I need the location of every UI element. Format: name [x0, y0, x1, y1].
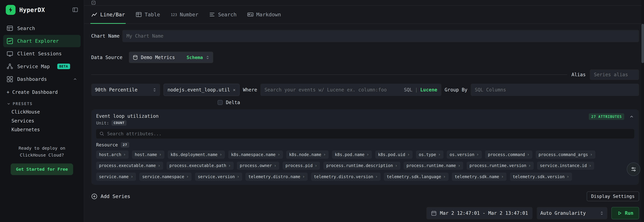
attribute-chip[interactable]: process.pid›: [283, 162, 320, 170]
tab-markdown[interactable]: Markdown: [247, 6, 281, 23]
database-icon: [132, 55, 138, 60]
chevron-right-icon: ›: [589, 164, 592, 168]
number-icon: 123: [171, 11, 177, 17]
chevron-down-icon: [6, 102, 11, 106]
time-range-value: Mar 2 12:47:01 - Mar 2 13:47:01: [440, 210, 528, 216]
attribute-chip-label: process.owner: [240, 163, 272, 168]
chart-name-input[interactable]: [122, 30, 639, 42]
search-icon: [6, 25, 13, 31]
series-actions-row: Add Series Display Settings: [84, 192, 644, 201]
attribute-chip[interactable]: telemetry.sdk.language›: [384, 173, 448, 181]
chevron-right-icon: ›: [458, 164, 460, 168]
preset-services[interactable]: Services: [12, 116, 84, 125]
chevron-right-icon: ›: [278, 153, 280, 157]
tab-line-bar[interactable]: Line/Bar: [91, 6, 125, 23]
sidebar-item-dashboards[interactable]: Dashboards: [3, 73, 80, 85]
chart-options-fab[interactable]: [627, 163, 640, 176]
get-started-button[interactable]: Get Started for Free: [11, 164, 73, 175]
add-series-button[interactable]: Add Series: [91, 193, 130, 199]
group-by-input[interactable]: [471, 84, 639, 96]
attribute-chip[interactable]: k8s.pod.uid›: [375, 151, 413, 159]
collapse-sidebar-icon[interactable]: [72, 7, 78, 13]
schema-button[interactable]: Schema: [186, 55, 203, 60]
sliders-icon: [630, 166, 636, 172]
sidebar-item-search[interactable]: Search: [3, 22, 80, 34]
attribute-chip[interactable]: service.name›: [96, 173, 136, 181]
divider: [91, 74, 568, 75]
sidebar-item-service-map[interactable]: Service Map BETA: [3, 60, 80, 72]
app-viewport: HyperDX Search Chart Explorer Client Ses…: [0, 0, 644, 222]
metric-chip[interactable]: nodejs.event_loop.util ×: [164, 84, 240, 96]
run-controls-row: Mar 2 12:47:01 - Mar 2 13:47:01 Auto Gra…: [84, 207, 644, 219]
aggregation-select[interactable]: 90th Percentile: [91, 84, 160, 96]
granularity-select[interactable]: Auto Granularity: [537, 207, 607, 219]
attribute-search-input[interactable]: [107, 131, 631, 136]
attribute-chip[interactable]: process.command›: [485, 151, 532, 159]
sql-toggle[interactable]: SQL: [404, 87, 412, 93]
attribute-chip[interactable]: k8s.namespace.name›: [228, 151, 283, 159]
attribute-chip[interactable]: process.command_args›: [536, 151, 595, 159]
attribute-chip[interactable]: process.executable.name›: [96, 162, 163, 170]
data-source-select[interactable]: Demo Metrics Schema: [129, 52, 213, 63]
attribute-chip[interactable]: process.runtime.description›: [323, 162, 400, 170]
attribute-chip[interactable]: service.namespace›: [140, 173, 192, 181]
chevron-right-icon: ›: [366, 153, 369, 157]
svg-text:123: 123: [171, 13, 177, 17]
attribute-chip[interactable]: service.version›: [195, 173, 242, 181]
run-label: Run: [625, 210, 633, 216]
data-source-label: Data Source: [91, 55, 129, 60]
preset-clickhouse[interactable]: ClickHouse: [12, 107, 84, 116]
series-row: 90th Percentile nodejs.event_loop.util ×…: [84, 84, 644, 96]
attribute-chip[interactable]: telemetry.distro.name›: [246, 173, 308, 181]
scrollbar-thumb[interactable]: [642, 24, 644, 63]
scrollbar[interactable]: [642, 0, 644, 222]
unit-badge: COUNT: [112, 120, 126, 126]
alias-input[interactable]: [590, 69, 639, 80]
presets-section-toggle[interactable]: PRESETS: [6, 102, 77, 106]
tab-label: Search: [218, 12, 237, 17]
sidebar-item-client-sessions[interactable]: Client Sessions: [3, 47, 80, 60]
tab-number[interactable]: 123 Number: [171, 6, 198, 23]
tab-search[interactable]: Search: [209, 6, 236, 23]
attribute-chip[interactable]: k8s.deployment.name›: [168, 151, 225, 159]
lucene-toggle[interactable]: Lucene: [420, 87, 437, 93]
attribute-chip[interactable]: k8s.pod.name›: [332, 151, 372, 159]
attribute-chip[interactable]: telemetry.sdk.name›: [452, 173, 506, 181]
attribute-chip[interactable]: service.instance.id›: [537, 162, 594, 170]
delta-checkbox[interactable]: [218, 100, 222, 105]
attribute-chip[interactable]: os.version›: [447, 151, 482, 159]
preset-kubernetes[interactable]: Kubernetes: [12, 125, 84, 134]
alias-row: Alias: [84, 69, 644, 80]
attribute-chip[interactable]: host.arch›: [96, 151, 128, 159]
attribute-chip[interactable]: process.owner›: [237, 162, 279, 170]
sidebar-item-chart-explorer[interactable]: Chart Explorer: [3, 35, 80, 47]
chevron-right-icon: ›: [395, 164, 398, 168]
attribute-chip[interactable]: process.runtime.version›: [466, 162, 534, 170]
run-button[interactable]: Run: [612, 207, 639, 219]
resource-label: Resource: [96, 142, 118, 147]
time-range-picker[interactable]: Mar 2 12:47:01 - Mar 2 13:47:01: [426, 207, 532, 219]
attribute-chip[interactable]: os.type›: [416, 151, 444, 159]
attribute-chip[interactable]: telemetry.distro.version›: [311, 173, 380, 181]
app-title: HyperDX: [19, 6, 45, 13]
display-settings-button[interactable]: Display Settings: [587, 192, 639, 201]
remove-metric-icon[interactable]: ×: [233, 87, 236, 92]
attribute-chip[interactable]: telemetry.sdk.version›: [510, 173, 572, 181]
create-dashboard-button[interactable]: + Create Dashboard: [6, 89, 77, 95]
chevron-right-icon: ›: [438, 153, 440, 157]
where-search-input[interactable]: [264, 87, 402, 93]
line-chart-icon: [6, 38, 13, 44]
attribute-chip-label: os.type: [419, 152, 436, 157]
granularity-value: Auto Granularity: [540, 210, 597, 216]
attribute-chip[interactable]: process.executable.path›: [166, 162, 234, 170]
attribute-chip[interactable]: host.name›: [132, 151, 164, 159]
attribute-chip-label: process.executable.path: [170, 163, 226, 168]
search-icon: [99, 131, 104, 136]
expand-icon[interactable]: [91, 0, 96, 5]
attribute-chip-label: telemetry.distro.version: [314, 174, 373, 179]
metric-chip-label: nodejs.event_loop.util: [168, 87, 230, 93]
collapse-attributes-icon[interactable]: [629, 114, 634, 119]
tab-table[interactable]: Table: [136, 6, 160, 23]
attribute-chip[interactable]: process.runtime.name›: [404, 162, 463, 170]
attribute-chip[interactable]: k8s.node.name›: [286, 151, 328, 159]
